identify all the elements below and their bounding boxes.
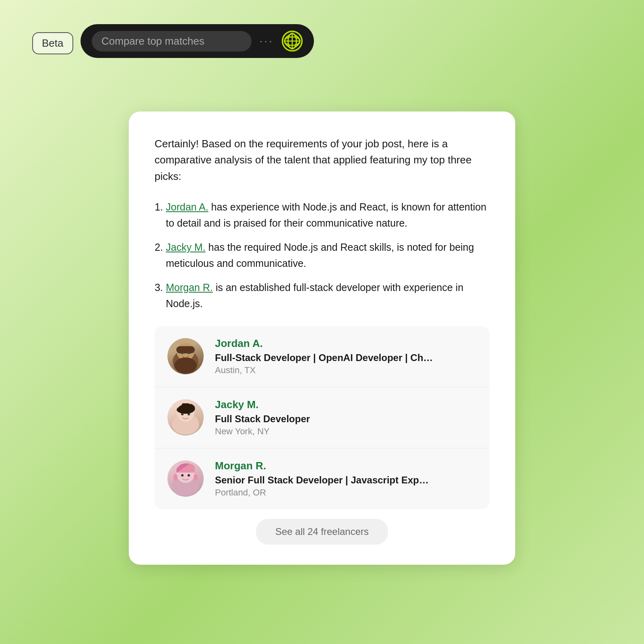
svg-point-21 xyxy=(173,474,178,481)
main-card: Certainly! Based on the requirements of … xyxy=(129,111,515,565)
svg-point-14 xyxy=(181,413,184,415)
svg-point-9 xyxy=(181,352,184,354)
search-bar: Compare top matches ··· xyxy=(80,24,314,58)
svg-point-19 xyxy=(181,474,184,477)
svg-point-20 xyxy=(188,474,190,477)
avatar-morgan xyxy=(167,460,204,497)
morgan-info: Morgan R. Senior Full Stack Developer | … xyxy=(215,460,429,498)
upwork-logo-icon xyxy=(282,31,303,52)
jordan-description: has experience with Node.js and React, i… xyxy=(166,201,486,229)
jordan-title: Full-Stack Developer | OpenAI Developer … xyxy=(215,352,433,363)
svg-rect-8 xyxy=(176,346,195,353)
avatar-jordan xyxy=(167,338,204,374)
search-input[interactable]: Compare top matches xyxy=(92,31,252,52)
jordan-name: Jordan A. xyxy=(215,337,433,350)
jacky-name: Jacky M. xyxy=(215,398,310,411)
list-item: Morgan R. is an established full-stack d… xyxy=(166,279,489,312)
svg-point-10 xyxy=(188,352,190,354)
svg-point-15 xyxy=(188,413,190,415)
morgan-title: Senior Full Stack Developer | Javascript… xyxy=(215,475,429,486)
svg-point-7 xyxy=(174,357,197,374)
intro-text: Certainly! Based on the requirements of … xyxy=(155,136,489,184)
jordan-link[interactable]: Jordan A. xyxy=(166,201,208,213)
morgan-location: Portland, OR xyxy=(215,487,429,498)
jacky-description: has the required Node.js and React skill… xyxy=(166,242,474,269)
morgan-name: Morgan R. xyxy=(215,460,429,472)
more-options-dots[interactable]: ··· xyxy=(260,35,274,47)
see-all-freelancers-button[interactable]: See all 24 freelancers xyxy=(256,519,388,545)
profile-card-jordan[interactable]: Jordan A. Full-Stack Developer | OpenAI … xyxy=(155,326,489,387)
profile-card-jacky[interactable]: Jacky M. Full Stack Developer New York, … xyxy=(155,387,489,448)
jacky-location: New York, NY xyxy=(215,426,310,437)
candidate-analysis-list: Jordan A. has experience with Node.js an… xyxy=(155,199,489,312)
beta-badge: Beta xyxy=(32,32,73,54)
list-item: Jordan A. has experience with Node.js an… xyxy=(166,199,489,231)
svg-point-22 xyxy=(194,474,198,481)
morgan-link[interactable]: Morgan R. xyxy=(166,282,213,293)
jacky-title: Full Stack Developer xyxy=(215,413,310,425)
jacky-link[interactable]: Jacky M. xyxy=(166,242,206,253)
jacky-info: Jacky M. Full Stack Developer New York, … xyxy=(215,398,310,437)
svg-rect-16 xyxy=(182,403,189,406)
jordan-info: Jordan A. Full-Stack Developer | OpenAI … xyxy=(215,337,433,376)
svg-point-13 xyxy=(177,406,194,414)
avatar-jacky xyxy=(167,399,204,436)
list-item: Jacky M. has the required Node.js and Re… xyxy=(166,239,489,271)
jordan-location: Austin, TX xyxy=(215,365,433,376)
profile-card-morgan[interactable]: Morgan R. Senior Full Stack Developer | … xyxy=(155,448,489,509)
profile-cards-container: Jordan A. Full-Stack Developer | OpenAI … xyxy=(155,326,489,509)
